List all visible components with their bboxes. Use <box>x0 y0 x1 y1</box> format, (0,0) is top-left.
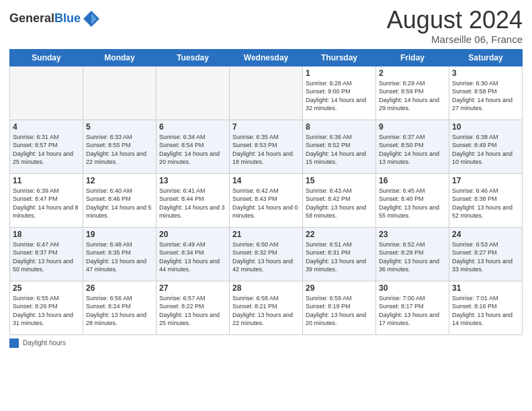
day-number: 20 <box>159 230 226 239</box>
day-number: 8 <box>306 122 373 132</box>
day-info: Sunrise: 6:57 AM Sunset: 8:22 PM Dayligh… <box>159 294 226 328</box>
day-number: 3 <box>452 68 519 78</box>
day-number: 23 <box>379 230 446 239</box>
title-block: August 2024 Marseille 06, France <box>387 7 523 45</box>
calendar-cell: 20Sunrise: 6:49 AM Sunset: 8:34 PM Dayli… <box>157 227 230 281</box>
calendar-cell: 15Sunrise: 6:43 AM Sunset: 8:42 PM Dayli… <box>303 173 376 227</box>
calendar-cell: 22Sunrise: 6:51 AM Sunset: 8:31 PM Dayli… <box>303 227 376 281</box>
calendar-cell: 18Sunrise: 6:47 AM Sunset: 8:37 PM Dayli… <box>10 227 83 281</box>
calendar-header: SundayMondayTuesdayWednesdayThursdayFrid… <box>10 49 523 66</box>
logo-general: General <box>9 11 54 25</box>
legend-box <box>9 338 19 348</box>
day-number: 4 <box>13 122 80 132</box>
day-info: Sunrise: 6:38 AM Sunset: 8:49 PM Dayligh… <box>452 133 519 167</box>
calendar-cell: 23Sunrise: 6:52 AM Sunset: 8:29 PM Dayli… <box>376 227 449 281</box>
footer: Daylight hours <box>9 338 523 348</box>
day-info: Sunrise: 6:36 AM Sunset: 8:52 PM Dayligh… <box>306 133 373 167</box>
day-info: Sunrise: 6:40 AM Sunset: 8:46 PM Dayligh… <box>86 187 153 220</box>
day-info: Sunrise: 6:29 AM Sunset: 8:59 PM Dayligh… <box>379 79 446 113</box>
day-number: 19 <box>86 230 153 239</box>
day-info: Sunrise: 6:50 AM Sunset: 8:32 PM Dayligh… <box>232 240 300 274</box>
week-row-4: 18Sunrise: 6:47 AM Sunset: 8:37 PM Dayli… <box>10 227 523 281</box>
calendar-cell <box>10 66 83 120</box>
calendar-cell: 24Sunrise: 6:53 AM Sunset: 8:27 PM Dayli… <box>449 227 523 281</box>
calendar-cell: 21Sunrise: 6:50 AM Sunset: 8:32 PM Dayli… <box>230 227 303 281</box>
calendar-cell: 2Sunrise: 6:29 AM Sunset: 8:59 PM Daylig… <box>376 66 449 120</box>
calendar-cell: 16Sunrise: 6:45 AM Sunset: 8:40 PM Dayli… <box>376 173 449 227</box>
calendar-cell: 14Sunrise: 6:42 AM Sunset: 8:43 PM Dayli… <box>230 173 303 227</box>
day-header-monday: Monday <box>83 49 157 66</box>
day-header-wednesday: Wednesday <box>230 49 303 66</box>
day-number: 25 <box>13 283 80 293</box>
week-row-5: 25Sunrise: 6:55 AM Sunset: 8:26 PM Dayli… <box>10 281 523 334</box>
day-number: 24 <box>452 230 519 239</box>
day-number: 16 <box>379 176 446 185</box>
day-number: 1 <box>306 68 373 78</box>
day-info: Sunrise: 6:34 AM Sunset: 8:54 PM Dayligh… <box>159 133 226 167</box>
calendar-cell: 17Sunrise: 6:46 AM Sunset: 8:38 PM Dayli… <box>449 173 523 227</box>
logo: GeneralBlue <box>9 9 101 28</box>
calendar-cell: 25Sunrise: 6:55 AM Sunset: 8:26 PM Dayli… <box>10 281 83 334</box>
calendar-cell: 5Sunrise: 6:33 AM Sunset: 8:55 PM Daylig… <box>83 120 157 173</box>
day-info: Sunrise: 6:28 AM Sunset: 9:00 PM Dayligh… <box>306 79 373 113</box>
calendar-cell: 13Sunrise: 6:41 AM Sunset: 8:44 PM Dayli… <box>157 173 230 227</box>
day-header-thursday: Thursday <box>303 49 376 66</box>
day-number: 7 <box>232 122 300 132</box>
calendar-cell: 7Sunrise: 6:35 AM Sunset: 8:53 PM Daylig… <box>230 120 303 173</box>
calendar-cell: 1Sunrise: 6:28 AM Sunset: 9:00 PM Daylig… <box>303 66 376 120</box>
day-number: 13 <box>159 176 226 185</box>
calendar-cell: 10Sunrise: 6:38 AM Sunset: 8:49 PM Dayli… <box>449 120 523 173</box>
calendar-cell: 8Sunrise: 6:36 AM Sunset: 8:52 PM Daylig… <box>303 120 376 173</box>
day-number: 26 <box>86 283 153 293</box>
day-info: Sunrise: 6:55 AM Sunset: 8:26 PM Dayligh… <box>13 294 80 328</box>
calendar-cell: 29Sunrise: 6:59 AM Sunset: 8:19 PM Dayli… <box>303 281 376 334</box>
week-row-2: 4Sunrise: 6:31 AM Sunset: 8:57 PM Daylig… <box>10 120 523 173</box>
day-info: Sunrise: 7:01 AM Sunset: 8:16 PM Dayligh… <box>452 294 519 328</box>
location-subtitle: Marseille 06, France <box>387 34 523 45</box>
calendar-body: 1Sunrise: 6:28 AM Sunset: 9:00 PM Daylig… <box>10 66 523 334</box>
day-header-friday: Friday <box>376 49 449 66</box>
day-info: Sunrise: 6:53 AM Sunset: 8:27 PM Dayligh… <box>452 240 519 274</box>
day-header-tuesday: Tuesday <box>157 49 230 66</box>
day-header-sunday: Sunday <box>10 49 83 66</box>
day-number: 14 <box>232 176 300 185</box>
calendar-cell: 19Sunrise: 6:48 AM Sunset: 8:35 PM Dayli… <box>83 227 157 281</box>
day-info: Sunrise: 6:48 AM Sunset: 8:35 PM Dayligh… <box>86 240 153 274</box>
day-info: Sunrise: 6:52 AM Sunset: 8:29 PM Dayligh… <box>379 240 446 274</box>
day-info: Sunrise: 6:51 AM Sunset: 8:31 PM Dayligh… <box>306 240 373 274</box>
day-number: 9 <box>379 122 446 132</box>
week-row-3: 11Sunrise: 6:39 AM Sunset: 8:47 PM Dayli… <box>10 173 523 227</box>
week-row-1: 1Sunrise: 6:28 AM Sunset: 9:00 PM Daylig… <box>10 66 523 120</box>
day-info: Sunrise: 6:42 AM Sunset: 8:43 PM Dayligh… <box>232 187 300 220</box>
calendar-cell: 11Sunrise: 6:39 AM Sunset: 8:47 PM Dayli… <box>10 173 83 227</box>
main-container: GeneralBlue August 2024 Marseille 06, Fr… <box>0 0 532 353</box>
calendar-cell: 27Sunrise: 6:57 AM Sunset: 8:22 PM Dayli… <box>157 281 230 334</box>
day-info: Sunrise: 6:56 AM Sunset: 8:24 PM Dayligh… <box>86 294 153 328</box>
day-number: 18 <box>13 230 80 239</box>
calendar-cell: 6Sunrise: 6:34 AM Sunset: 8:54 PM Daylig… <box>157 120 230 173</box>
legend-label: Daylight hours <box>23 339 66 347</box>
calendar-cell: 28Sunrise: 6:58 AM Sunset: 8:21 PM Dayli… <box>230 281 303 334</box>
day-number: 6 <box>159 122 226 132</box>
calendar-cell <box>157 66 230 120</box>
day-info: Sunrise: 6:45 AM Sunset: 8:40 PM Dayligh… <box>379 187 446 220</box>
day-info: Sunrise: 6:33 AM Sunset: 8:55 PM Dayligh… <box>86 133 153 167</box>
calendar-cell: 30Sunrise: 7:00 AM Sunset: 8:17 PM Dayli… <box>376 281 449 334</box>
day-number: 2 <box>379 68 446 78</box>
calendar-table: SundayMondayTuesdayWednesdayThursdayFrid… <box>9 49 523 335</box>
day-info: Sunrise: 6:35 AM Sunset: 8:53 PM Dayligh… <box>232 133 300 167</box>
day-number: 15 <box>306 176 373 185</box>
day-info: Sunrise: 6:39 AM Sunset: 8:47 PM Dayligh… <box>13 187 80 220</box>
day-number: 21 <box>232 230 300 239</box>
day-info: Sunrise: 6:46 AM Sunset: 8:38 PM Dayligh… <box>452 187 519 220</box>
day-info: Sunrise: 6:47 AM Sunset: 8:37 PM Dayligh… <box>13 240 80 274</box>
calendar-cell: 4Sunrise: 6:31 AM Sunset: 8:57 PM Daylig… <box>10 120 83 173</box>
day-info: Sunrise: 6:59 AM Sunset: 8:19 PM Dayligh… <box>306 294 373 328</box>
calendar-cell: 3Sunrise: 6:30 AM Sunset: 8:58 PM Daylig… <box>449 66 523 120</box>
day-info: Sunrise: 6:31 AM Sunset: 8:57 PM Dayligh… <box>13 133 80 167</box>
day-info: Sunrise: 6:49 AM Sunset: 8:34 PM Dayligh… <box>159 240 226 274</box>
header-row: SundayMondayTuesdayWednesdayThursdayFrid… <box>10 49 523 66</box>
month-title: August 2024 <box>387 7 523 34</box>
logo-icon <box>82 9 101 28</box>
day-number: 30 <box>379 283 446 293</box>
